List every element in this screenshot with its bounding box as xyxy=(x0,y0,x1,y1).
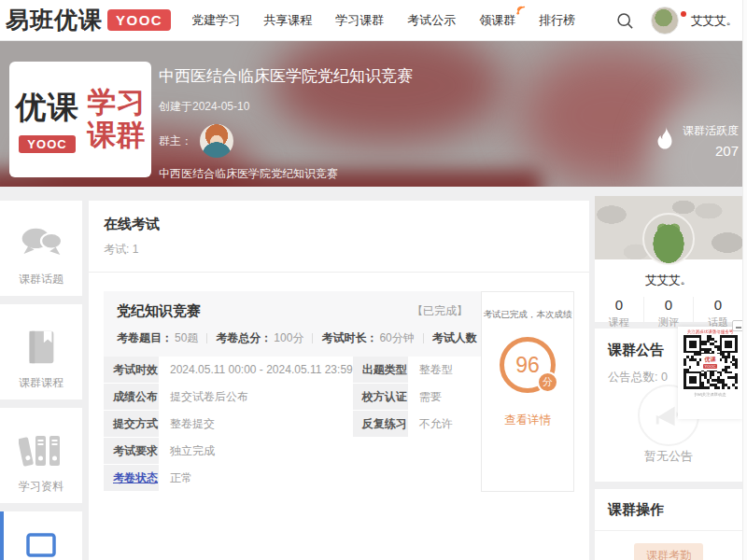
actions-title: 课群操作 xyxy=(608,501,729,519)
brand-badge: YOOC xyxy=(107,9,171,31)
group-created-date: 创建于2024-05-10 xyxy=(159,99,413,115)
table-row: 考试要求 独立完成 xyxy=(104,438,481,465)
sidebar-item-label: 课群话题 xyxy=(0,272,82,287)
exam-details-table: 考试时效 2024.05.11 00:00 - 2024.05.11 23:59… xyxy=(104,357,481,492)
brand-logo[interactable]: 易班优课 YOOC xyxy=(6,5,171,35)
detail-value: 独立完成 xyxy=(159,438,481,465)
group-title: 中西医结合临床医学院党纪知识竞赛 xyxy=(159,65,413,87)
nav-item-party-learning[interactable]: 党建学习 xyxy=(191,12,240,29)
profile-card: 艾艾艾。 0 课程 0 测评 0 话题 xyxy=(595,196,742,322)
stat-value: 50题 xyxy=(175,330,198,346)
attendance-button[interactable]: 课群考勤 xyxy=(634,543,703,560)
detail-label: 考卷状态 xyxy=(104,465,159,492)
notice-empty-text: 暂无公告 xyxy=(595,448,742,465)
user-name[interactable]: 艾艾艾。 xyxy=(691,13,738,29)
sidebar-item-label: 学习资料 xyxy=(0,479,82,495)
chat-bubbles-icon xyxy=(0,223,82,264)
stat-count: 0 xyxy=(644,297,693,313)
activity-label: 课群活跃度 xyxy=(683,123,739,139)
sidebar-item-group-topics[interactable]: 课群话题 xyxy=(0,201,82,296)
qr-logo-text: 优课 xyxy=(705,357,716,363)
qr-caption-top: 关注易班优课微信服务号 xyxy=(681,329,739,333)
book-icon xyxy=(0,327,82,368)
profile-stat-courses[interactable]: 0 课程 xyxy=(595,297,643,329)
profile-avatar[interactable] xyxy=(642,213,695,265)
stat-separator xyxy=(206,333,207,343)
laptop-icon xyxy=(0,528,82,560)
score-panel: 考试已完成，本次成绩 96 分 查看详情 xyxy=(481,291,574,492)
detail-label: 反复练习 xyxy=(353,411,408,438)
score-ring: 96 分 xyxy=(500,337,556,393)
cover-logo-line1: 学习 xyxy=(88,87,146,119)
paper-status-link[interactable]: 考卷状态 xyxy=(113,471,158,484)
vertical-scrollbar[interactable] xyxy=(742,0,747,560)
user-avatar[interactable] xyxy=(651,7,679,35)
sidebar-item-group-courses[interactable]: 课群课程 xyxy=(0,304,82,399)
nav-right: 艾艾艾。 xyxy=(616,0,738,41)
table-row: 考试时效 2024.05.11 00:00 - 2024.05.11 23:59… xyxy=(104,357,481,384)
score-unit-badge: 分 xyxy=(537,371,558,393)
cover-logo-badge: YOOC xyxy=(19,135,75,153)
actions-divider xyxy=(595,530,742,531)
search-icon[interactable] xyxy=(616,12,634,30)
broadcast-icon xyxy=(515,5,527,19)
nav-item-study-groups[interactable]: 学习课群 xyxy=(335,12,384,29)
stat-name: 课程 xyxy=(595,315,643,329)
qr-center-logo: 优课 YOOC xyxy=(701,354,720,371)
notification-dot xyxy=(681,11,686,17)
exam-details-area: 党纪知识竞赛 【已完成】 考卷题目： 50题 考卷总分： 100分 考试时长： … xyxy=(104,291,481,492)
sidebar-item-study-materials[interactable]: 学习资料 xyxy=(0,408,82,503)
group-owner-course: 中西医结合临床医学院党纪知识竞赛 xyxy=(159,166,413,182)
stat-separator xyxy=(423,333,424,343)
stat-label: 考试时长： xyxy=(321,330,377,346)
group-info: 中西医结合临床医学院党纪知识竞赛 创建于2024-05-10 群主： 中西医结合… xyxy=(159,65,413,182)
qr-widget: 关注易班优课微信服务号 优课 YOOC 扫码关注课群动态 xyxy=(678,327,742,419)
exam-stats-row: 考卷题目： 50题 考卷总分： 100分 考试时长： 60分钟 考试人数： 10… xyxy=(117,330,468,346)
detail-label: 考试要求 xyxy=(104,438,159,465)
table-row: 考卷状态 正常 xyxy=(104,465,481,492)
profile-stats: 0 课程 0 测评 0 话题 xyxy=(595,297,742,329)
group-owner-label: 群主： xyxy=(159,133,192,149)
cover-logo-text: 优课 xyxy=(16,87,79,129)
view-details-link[interactable]: 查看详情 xyxy=(504,413,551,428)
detail-value: 不允许 xyxy=(408,411,481,438)
activity-value: 207 xyxy=(715,143,739,159)
detail-value: 需要 xyxy=(408,384,481,411)
exam-title[interactable]: 党纪知识竞赛 xyxy=(117,302,201,320)
sidebar-item-label: 课群课程 xyxy=(0,375,82,391)
section-divider xyxy=(89,272,589,273)
top-navbar: 易班优课 YOOC 党建学习 共享课程 学习课群 考试公示 领课群 排行榜 艾艾… xyxy=(0,0,747,41)
exam-count: 考试: 1 xyxy=(104,242,574,258)
qr-logo-badge: YOOC xyxy=(703,364,718,369)
detail-value: 整卷型 xyxy=(408,357,481,384)
nav-item-get-group[interactable]: 领课群 xyxy=(479,12,515,29)
profile-name: 艾艾艾。 xyxy=(595,273,742,288)
nav-item-exam-notice[interactable]: 考试公示 xyxy=(407,12,456,29)
stat-value: 60分钟 xyxy=(379,330,414,346)
group-activity: 课群活跃度 207 xyxy=(654,123,739,159)
group-cover-logo: 优课 YOOC 学习 课群 xyxy=(9,62,151,177)
table-row: 成绩公布 提交试卷后公布 校方认证 需要 xyxy=(104,384,481,411)
cover-logo-line2: 课群 xyxy=(88,119,146,152)
nav-item-shared-courses[interactable]: 共享课程 xyxy=(263,12,312,29)
detail-label: 校方认证 xyxy=(353,384,408,411)
stat-label: 考试人数： xyxy=(432,330,488,346)
detail-label: 提交方式 xyxy=(104,411,159,438)
table-row: 提交方式 整卷提交 反复练习 不允许 xyxy=(104,411,481,438)
brand-text: 易班优课 xyxy=(6,5,103,35)
nav-item-ranking[interactable]: 排行榜 xyxy=(539,12,575,29)
qr-caption-bottom: 扫码关注课群动态 xyxy=(683,391,738,396)
sidebar-item-online-exam-active[interactable] xyxy=(0,511,82,560)
stat-label: 考卷题目： xyxy=(117,330,173,346)
online-exam-panel: 在线考试 考试: 1 党纪知识竞赛 【已完成】 考卷题目： 50题 考卷总分： … xyxy=(89,201,589,560)
detail-label: 出题类型 xyxy=(353,357,408,384)
exam-card: 党纪知识竞赛 【已完成】 考卷题目： 50题 考卷总分： 100分 考试时长： … xyxy=(104,291,574,492)
page: 易班优课 YOOC 党建学习 共享课程 学习课群 考试公示 领课群 排行榜 艾艾… xyxy=(0,0,747,560)
detail-value: 提交试卷后公布 xyxy=(159,384,353,411)
exam-status-tag: 【已完成】 xyxy=(412,303,468,319)
detail-label: 成绩公布 xyxy=(104,384,159,411)
profile-stat-evaluations[interactable]: 0 测评 xyxy=(643,297,693,329)
stat-count: 0 xyxy=(595,297,643,313)
group-owner-avatar[interactable] xyxy=(200,124,233,158)
active-indicator-bar xyxy=(0,511,4,560)
